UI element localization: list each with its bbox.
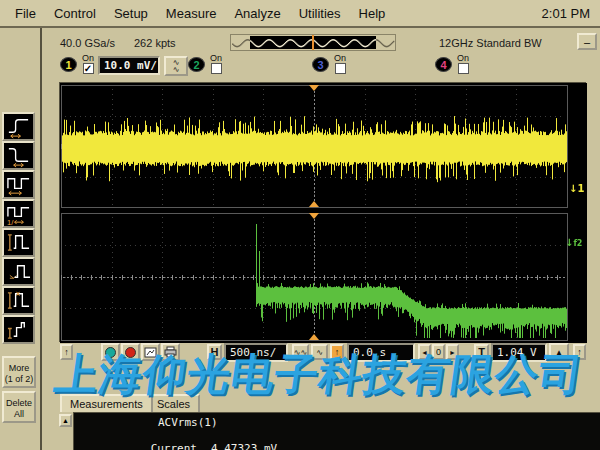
- measure-vmin-button[interactable]: [2, 315, 35, 344]
- delete-all-line1: Delete: [6, 398, 32, 408]
- menu-measure[interactable]: Measure: [157, 2, 226, 25]
- menu-setup[interactable]: Setup: [105, 2, 157, 25]
- trigger-time-marker-bottom-grid1[interactable]: [309, 201, 319, 207]
- oscilloscope-screen: File Control Setup Measure Analyze Utili…: [0, 0, 600, 450]
- tab-measurements[interactable]: Measurements: [60, 394, 153, 412]
- print-button[interactable]: [161, 343, 180, 361]
- menu-file[interactable]: File: [6, 2, 45, 25]
- measure-sidebar: 1/ More (1 of 2) Delete All: [0, 28, 40, 450]
- more-label-line2: (1 of 2): [5, 374, 34, 384]
- fall-time-icon: [4, 143, 33, 168]
- clock: 2:01 PM: [542, 6, 594, 21]
- measure-frequency-button[interactable]: 1/: [2, 199, 35, 228]
- trigger-position-button[interactable]: ↑: [330, 344, 344, 360]
- measurement-scrollbar: ▲ ▼: [59, 412, 73, 450]
- menu-analyze[interactable]: Analyze: [225, 2, 289, 25]
- bandwidth-label: 12GHz Standard BW: [439, 37, 542, 49]
- run-button[interactable]: [101, 343, 120, 361]
- stop-icon: [125, 347, 136, 358]
- clear-display-button[interactable]: [141, 343, 160, 361]
- channel-2-on-toggle: On: [208, 54, 224, 74]
- delete-all-button[interactable]: Delete All: [2, 391, 36, 423]
- expand-right-button[interactable]: ↑: [573, 344, 586, 360]
- channel-2-button[interactable]: 2: [188, 57, 205, 72]
- tab-scales[interactable]: Scales: [147, 394, 200, 412]
- channel-1-on-toggle: On ✓: [80, 54, 96, 74]
- more-measurements-button[interactable]: More (1 of 2): [2, 356, 36, 388]
- channel-3-on-label: On: [332, 54, 348, 63]
- channel-4-checkbox[interactable]: [458, 63, 469, 74]
- graticule-canvas: [60, 83, 587, 343]
- rise-time-icon: [4, 114, 33, 139]
- channel-1-scale-display[interactable]: 10.0 mV/: [98, 56, 160, 75]
- vmax-icon: [4, 288, 33, 313]
- stop-button[interactable]: [121, 343, 140, 361]
- frequency-icon: 1/: [4, 201, 33, 226]
- channel-2-on-label: On: [208, 54, 224, 63]
- trigger-button[interactable]: T: [474, 344, 489, 360]
- run-icon: [105, 347, 116, 358]
- measure-overshoot-button[interactable]: [2, 257, 35, 286]
- timebase-position-display[interactable]: 0.0 s: [347, 343, 415, 362]
- trigger-level-display[interactable]: 1.04 V: [491, 343, 547, 362]
- channel-4-on-toggle: On: [455, 54, 471, 74]
- measurement-row-mean: Mean4.47356 mV: [82, 442, 382, 450]
- expand-left-button[interactable]: ↑: [60, 344, 73, 360]
- timebase-zoom-in-button[interactable]: ∿: [311, 344, 328, 360]
- more-label-line1: More: [9, 363, 30, 373]
- print-icon: [164, 346, 177, 358]
- timebase-scale-display[interactable]: 500 ns/: [224, 343, 288, 362]
- channel-4-button[interactable]: 4: [435, 57, 452, 72]
- memory-depth: 262 kpts: [134, 37, 176, 49]
- scroll-up-button[interactable]: ▲: [59, 414, 72, 427]
- acquisition-preview-strip[interactable]: [230, 34, 396, 51]
- vmin-icon: [4, 317, 33, 342]
- channel-1-ground-marker[interactable]: ↓1: [569, 183, 584, 194]
- trigger-time-marker-top-grid2[interactable]: [309, 213, 319, 219]
- menu-help[interactable]: Help: [350, 2, 395, 25]
- coupling-dc-icon: ∿: [173, 65, 180, 74]
- channel-3-checkbox[interactable]: [335, 63, 346, 74]
- main-panel: 40.0 GSa/s 262 kpts 12GHz Standard BW – …: [40, 28, 600, 450]
- sample-rate: 40.0 GSa/s: [60, 37, 115, 49]
- channel-3-on-toggle: On: [332, 54, 348, 74]
- period-icon: [4, 172, 33, 197]
- function-2-marker-label: f2: [573, 239, 582, 248]
- measurement-header: ACVrms(1): [158, 416, 458, 429]
- channel-1-button[interactable]: 1: [60, 57, 77, 72]
- menu-control[interactable]: Control: [45, 2, 105, 25]
- measure-period-button[interactable]: [2, 170, 35, 199]
- svg-text:1/: 1/: [7, 218, 14, 226]
- vpp-icon: [4, 230, 33, 255]
- clear-display-icon: [144, 347, 157, 358]
- channel-1-on-label: On: [80, 54, 96, 63]
- measure-rise-time-button[interactable]: [2, 112, 35, 141]
- trigger-time-marker-top-grid1[interactable]: [309, 85, 319, 91]
- channel-1-marker-label: 1: [577, 183, 584, 194]
- menu-utilities[interactable]: Utilities: [290, 2, 350, 25]
- function-2-marker[interactable]: ↓f2: [565, 237, 582, 248]
- measure-vpp-button[interactable]: [2, 228, 35, 257]
- measurement-results-panel: ACVrms(1) Current4.47323 mV Mean4.47356 …: [73, 412, 600, 450]
- overshoot-icon: [4, 259, 33, 284]
- delete-all-line2: All: [14, 409, 24, 419]
- measure-fall-time-button[interactable]: [2, 141, 35, 170]
- trigger-level-spin-up-button[interactable]: ▲: [549, 343, 569, 361]
- position-left-button[interactable]: ◄: [418, 344, 431, 360]
- channel-4-on-label: On: [455, 54, 471, 63]
- measure-vmax-button[interactable]: [2, 286, 35, 315]
- menu-bar: File Control Setup Measure Analyze Utili…: [0, 0, 600, 28]
- waveform-display: ↓1 ↓f2: [59, 82, 586, 342]
- channel-1-coupling-button[interactable]: ∿ ∿: [164, 56, 188, 76]
- channel-3-button[interactable]: 3: [312, 57, 329, 72]
- minimize-button[interactable]: –: [577, 33, 597, 50]
- position-zero-button[interactable]: 0: [432, 344, 445, 360]
- horizontal-button[interactable]: H: [207, 344, 222, 360]
- preview-waveform: [231, 35, 395, 50]
- trigger-time-marker-bottom-grid2[interactable]: [309, 334, 319, 340]
- channel-1-checkbox[interactable]: ✓: [83, 63, 94, 74]
- timebase-zoom-out-button[interactable]: ∿∿: [292, 344, 309, 360]
- channel-2-checkbox[interactable]: [211, 63, 222, 74]
- position-right-button[interactable]: ►: [446, 344, 459, 360]
